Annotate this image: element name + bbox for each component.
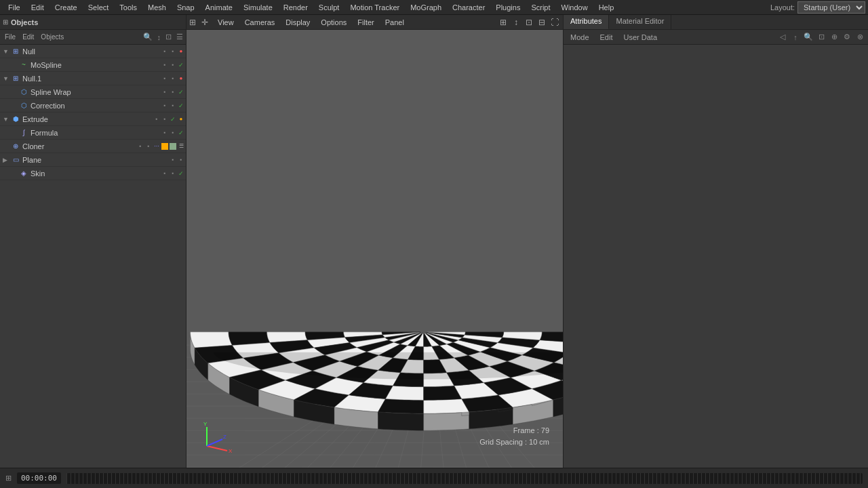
- vp-icon-1[interactable]: ⊞: [498, 17, 509, 28]
- menu-sculpt[interactable]: Sculpt: [313, 2, 345, 13]
- timeline-track[interactable]: [66, 473, 863, 484]
- menu-snap[interactable]: Snap: [172, 2, 200, 13]
- object-row-cloner[interactable]: ▼ ⊕ Cloner ▪ ▪ ⋯ ☰: [0, 140, 186, 153]
- vp-grid-icon[interactable]: ⊞: [189, 18, 196, 27]
- vp-icon-4[interactable]: ⊟: [536, 17, 547, 28]
- menu-create[interactable]: Create: [50, 2, 83, 13]
- object-row-mospline[interactable]: ▼ ~ MoSpline ▪ ▪ ✓: [0, 58, 186, 72]
- tab-attributes[interactable]: Attributes: [564, 15, 609, 29]
- plane-ctrl2[interactable]: ▪: [178, 157, 184, 163]
- attr-icon-4[interactable]: ⊡: [816, 32, 827, 43]
- menu-edit[interactable]: Edit: [26, 2, 50, 13]
- attr-icon-5[interactable]: ⊕: [829, 32, 840, 43]
- plane-ctrl1[interactable]: ▪: [170, 157, 176, 163]
- mospline-ctrl2[interactable]: ▪: [170, 62, 176, 68]
- attr-icon-2[interactable]: ↑: [790, 32, 801, 43]
- extrude-ctrl2[interactable]: ▪: [161, 116, 168, 123]
- vp-display-btn[interactable]: Display: [281, 18, 314, 27]
- splinewrap-ctrl1[interactable]: ▪: [161, 89, 168, 96]
- cloner-ctrl2[interactable]: ▪: [145, 143, 152, 150]
- menu-character[interactable]: Character: [447, 2, 490, 13]
- objects-move-icon[interactable]: ↕: [157, 33, 161, 41]
- extrude-ctrl3[interactable]: ✓: [170, 116, 176, 123]
- attr-icon-1[interactable]: ◁: [777, 32, 788, 43]
- menu-tools[interactable]: Tools: [114, 2, 142, 13]
- extrude-ctrl4[interactable]: ●: [178, 116, 184, 123]
- null1-ctrl2[interactable]: ▪: [170, 75, 176, 82]
- layout-select[interactable]: Startup (User): [797, 1, 865, 14]
- vp-view-btn[interactable]: View: [214, 18, 238, 27]
- null-ctrl3[interactable]: ●: [178, 48, 184, 55]
- objects-edit-btn[interactable]: Edit: [20, 33, 36, 41]
- menu-mograph[interactable]: MoGraph: [405, 2, 447, 13]
- object-row-correction[interactable]: ▼ ⬡ Correction ▪ ▪ ✓: [0, 99, 186, 113]
- cloner-ctrl5-green[interactable]: [170, 143, 176, 150]
- objects-list-icon[interactable]: ☰: [176, 33, 183, 41]
- object-row-null[interactable]: ▼ ⊞ Null ▪ ▪ ●: [0, 45, 186, 58]
- menu-window[interactable]: Window: [556, 2, 593, 13]
- objects-file-btn[interactable]: File: [3, 33, 18, 41]
- attr-icon-7[interactable]: ⊗: [854, 32, 865, 43]
- menu-select[interactable]: Select: [83, 2, 115, 13]
- skin-ctrl1[interactable]: ▪: [161, 170, 168, 177]
- object-row-extrude[interactable]: ▼ ⬢ Extrude ▪ ▪ ✓ ●: [0, 113, 186, 126]
- object-row-splinewrap[interactable]: ▼ ⬡ Spline Wrap ▪ ▪ ✓: [0, 85, 186, 99]
- attr-userdata-btn[interactable]: User Data: [620, 33, 662, 42]
- collapse-null1[interactable]: ▼: [3, 75, 11, 82]
- attr-edit-btn[interactable]: Edit: [596, 33, 617, 42]
- object-row-null1[interactable]: ▼ ⊞ Null.1 ▪ ▪ ●: [0, 72, 186, 85]
- null1-ctrl3[interactable]: ●: [178, 75, 184, 82]
- vp-panel-btn[interactable]: Panel: [381, 18, 408, 27]
- vp-icon-3[interactable]: ⊡: [524, 17, 534, 28]
- vp-cameras-btn[interactable]: Cameras: [241, 18, 279, 27]
- null-ctrl2[interactable]: ▪: [170, 48, 176, 55]
- null1-ctrl1[interactable]: ▪: [161, 75, 168, 82]
- collapse-extrude[interactable]: ▼: [3, 116, 11, 123]
- vp-move-icon[interactable]: ✛: [201, 18, 208, 27]
- mospline-ctrl1[interactable]: ▪: [161, 62, 168, 68]
- menu-help[interactable]: Help: [593, 2, 620, 13]
- attr-mode-btn[interactable]: Mode: [566, 33, 593, 42]
- vp-filter-btn[interactable]: Filter: [353, 18, 378, 27]
- menu-file[interactable]: File: [3, 2, 26, 13]
- cloner-ctrl4-orange[interactable]: [161, 143, 168, 150]
- mospline-ctrl3[interactable]: ✓: [178, 62, 184, 68]
- collapse-plane[interactable]: ▶: [3, 157, 11, 163]
- menu-script[interactable]: Script: [526, 2, 555, 13]
- formula-ctrl3[interactable]: ✓: [178, 129, 184, 136]
- formula-ctrl2[interactable]: ▪: [170, 129, 176, 136]
- cloner-ctrl1[interactable]: ▪: [137, 143, 144, 150]
- menu-mesh[interactable]: Mesh: [142, 2, 172, 13]
- null-ctrl1[interactable]: ▪: [161, 48, 168, 55]
- object-row-formula[interactable]: ▼ ∫ Formula ▪ ▪ ✓: [0, 126, 186, 140]
- skin-ctrl2[interactable]: ▪: [170, 170, 176, 177]
- correction-ctrl2[interactable]: ▪: [170, 102, 176, 109]
- object-row-plane[interactable]: ▶ ▭ Plane ▪ ▪: [0, 153, 186, 167]
- correction-ctrl3[interactable]: ✓: [178, 102, 184, 109]
- extrude-ctrl1[interactable]: ▪: [153, 116, 160, 123]
- cloner-ctrl6[interactable]: ☰: [178, 143, 184, 150]
- objects-group-icon[interactable]: ⊡: [165, 33, 172, 41]
- attr-icon-6[interactable]: ⚙: [842, 32, 852, 43]
- attr-icon-3[interactable]: 🔍: [803, 32, 814, 43]
- correction-ctrl1[interactable]: ▪: [161, 102, 168, 109]
- vp-icon-2[interactable]: ↕: [511, 17, 521, 28]
- menu-simulate[interactable]: Simulate: [238, 2, 278, 13]
- splinewrap-ctrl3[interactable]: ✓: [178, 89, 184, 96]
- cloner-ctrl3[interactable]: ⋯: [153, 143, 160, 150]
- formula-ctrl1[interactable]: ▪: [161, 129, 168, 136]
- collapse-null[interactable]: ▼: [3, 48, 11, 55]
- skin-ctrl3[interactable]: ✓: [178, 170, 184, 177]
- tab-material-editor[interactable]: Material Editor: [609, 15, 671, 29]
- vp-options-btn[interactable]: Options: [317, 18, 351, 27]
- vp-icon-5[interactable]: ⛶: [549, 17, 560, 28]
- objects-search-icon[interactable]: 🔍: [143, 33, 153, 41]
- menu-plugins[interactable]: Plugins: [490, 2, 526, 13]
- menu-animate[interactable]: Animate: [200, 2, 238, 13]
- menu-motiontracker[interactable]: Motion Tracker: [344, 2, 405, 13]
- objects-objects-btn[interactable]: Objects: [39, 33, 66, 41]
- object-row-skin[interactable]: ▼ ◈ Skin ▪ ▪ ✓: [0, 167, 186, 180]
- splinewrap-ctrl2[interactable]: ▪: [170, 89, 176, 96]
- viewport-canvas[interactable]: Perspective: [186, 30, 563, 468]
- menu-render[interactable]: Render: [278, 2, 313, 13]
